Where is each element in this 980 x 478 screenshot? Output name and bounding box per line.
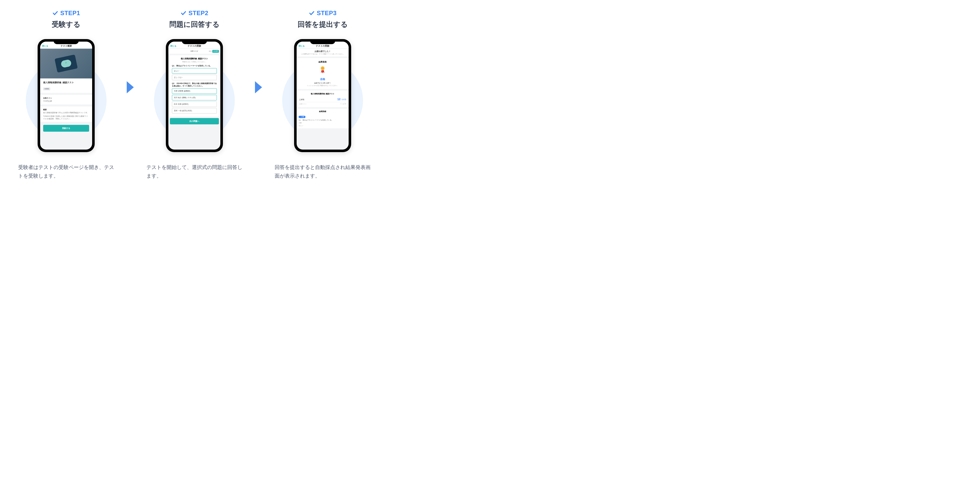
step-3-column: STEP3 回答を提出する 閉じる テストの受験 お疲れ様でした！ この画面を終… (275, 10, 371, 180)
status-badge: 未受験 (43, 87, 50, 90)
step-1-number: STEP1 (60, 10, 80, 17)
step-2-phone-area: 閉じる テストの受験 1/3ページ 進捗 2/15問 個人情報保護研修_確 (151, 37, 237, 155)
step-1-label: STEP1 (52, 10, 80, 17)
check-icon (180, 10, 186, 16)
q2-option-2[interactable]: 宮川 祐介 (情報システム部) (172, 95, 217, 100)
q2-option-3[interactable]: 鈴本 裕貴 (総務部) (172, 102, 217, 107)
step-2-column: STEP2 問題に回答する 閉じる テストの受験 1/3ページ 進捗 (146, 10, 242, 180)
question-2: Q2. 2024年4月時点で、弊社の個人情報保護管理者である者は誰か。すべて選択… (172, 82, 217, 87)
congrats-text: おめでとうございます！ (299, 82, 347, 84)
q1-option-2[interactable]: 正しくない (172, 75, 217, 80)
cloud-icon (60, 59, 72, 68)
detail-answer: 正しい (299, 125, 347, 127)
passline-row: 合格ライン 7 / 15 問 (299, 102, 346, 105)
phone-notch (182, 39, 207, 44)
progress-badge: 進捗 2/15問 (209, 50, 219, 53)
check-icon (309, 10, 315, 16)
detail-question: Q1. 弊社はプライバシーマークを取得している。 (299, 119, 347, 121)
detail-answer-label: 正解 (299, 122, 347, 124)
correct-value: 12 / 15 問 (337, 98, 346, 101)
screen-body: 1/3ページ 進捗 2/15問 個人情報保護研修_確認テスト 問題文に沿って回答… (169, 49, 220, 149)
q2-option-1[interactable]: 今村 沙耶香 (総務部) (172, 88, 217, 94)
step-1-description: 受験者はテストの受験ページを開き、テストを受験します。 (18, 163, 114, 180)
step-1-column: STEP1 受験する 閉じる テスト概要 (18, 10, 114, 180)
mission-text: ミッションから完了報告を行なってください。 (299, 85, 347, 87)
score-row: 正解数 12 / 15 問 (299, 97, 346, 102)
test-subtitle: 問題文に沿って回答してください。 (172, 61, 217, 63)
close-button[interactable]: 閉じる (170, 44, 177, 48)
passline-section: 合格ライン 7/15問正解 (40, 95, 92, 105)
svg-point-1 (321, 67, 324, 70)
phone-notch (54, 39, 79, 44)
detail-card: 結果詳細 ○ 正解 Q1. 弊社はプライバシーマークを取得している。 正解 正し… (297, 109, 348, 129)
q1-option-1[interactable]: 正しい (172, 68, 217, 74)
step-2-number: STEP2 (189, 10, 208, 17)
screen-body: お疲れ様でした！ この画面を終了するには、テスト概要ページへ戻ってください。 結… (297, 49, 348, 149)
question-1: Q1. 弊社はプライバシーマークを取得している。 (172, 65, 217, 67)
tablet-illustration (54, 54, 78, 73)
close-button[interactable]: 閉じる (42, 44, 48, 48)
score-card: 個人情報保護研修_確認テスト 正解数 12 / 15 問 合格ライン 7 / 1… (297, 91, 348, 107)
arrow-icon (127, 81, 134, 93)
overview-text-section: 概要 個人情報保護研修で学んだ内容の理解度確認テストです。 TUNAGの投稿で発… (40, 106, 92, 122)
next-button[interactable]: 次の問題へ (170, 118, 219, 124)
hero-image (40, 49, 92, 78)
header-title: テスト概要 (60, 44, 72, 48)
score-title: 個人情報保護研修_確認テスト (299, 92, 346, 95)
arrow-icon (255, 81, 262, 93)
page-indicator: 1/3ページ (191, 50, 199, 52)
header-title: テストの受験 (188, 44, 201, 48)
done-message: お疲れ様でした！ この画面を終了するには、テスト概要ページへ戻ってください。 (297, 49, 348, 57)
step-2-title: 問題に回答する (169, 20, 220, 29)
pass-result: 合格 (299, 78, 347, 81)
overview-section: 個人情報保護研修_確認テスト 未受験 (40, 78, 92, 93)
detail-header: 結果詳細 (299, 110, 347, 113)
take-test-button[interactable]: 受験する (43, 125, 89, 132)
done-subtitle: この画面を終了するには、テスト概要ページへ戻ってください。 (298, 53, 347, 55)
phone-screen-2: 閉じる テストの受験 1/3ページ 進捗 2/15問 個人情報保護研修_確 (169, 41, 220, 149)
correct-label: 正解数 (299, 98, 304, 101)
phone-screen-1: 閉じる テスト概要 個人情報保護研修_確認テスト 未受験 (40, 41, 92, 149)
phone-notch (310, 39, 335, 44)
medal-icon (319, 65, 326, 75)
overview-text-2: TUNAGの投稿で発信した個人情報保護に関する教材ファイルを確認後、受験してくだ… (43, 115, 89, 120)
passline-label: 合格ライン (43, 97, 89, 99)
close-button[interactable]: 閉じる (299, 44, 305, 48)
overview-text-1: 個人情報保護研修で学んだ内容の理解度確認テストです。 (43, 111, 89, 114)
step-3-number: STEP3 (317, 10, 337, 17)
phone-mockup: 閉じる テストの受験 1/3ページ 進捗 2/15問 個人情報保護研修_確 (166, 39, 223, 152)
test-title: 個人情報保護研修_確認テスト (43, 81, 89, 84)
step-1-phone-area: 閉じる テスト概要 個人情報保護研修_確認テスト 未受験 (23, 37, 109, 155)
header-title: テストの受験 (316, 44, 329, 48)
step-1-title: 受験する (52, 20, 81, 29)
step-3-title: 回答を提出する (298, 20, 348, 29)
steps-diagram: STEP1 受験する 閉じる テスト概要 (0, 0, 389, 190)
step-2-label: STEP2 (180, 10, 208, 17)
progress-value: 2/15問 (212, 50, 219, 53)
phone-screen-3: 閉じる テストの受験 お疲れ様でした！ この画面を終了するには、テスト概要ページ… (297, 41, 348, 149)
phone-mockup: 閉じる テスト概要 個人情報保護研修_確認テスト 未受験 (38, 39, 95, 152)
step-3-label: STEP3 (309, 10, 337, 17)
progress-row: 1/3ページ 進捗 2/15問 (169, 49, 220, 54)
test-title: 個人情報保護研修_確認テスト (172, 57, 217, 60)
passline-value: 7/15問正解 (43, 100, 89, 102)
overview-label: 概要 (43, 108, 89, 111)
step-2-description: テストを開始して、選択式の問題に回答します。 (146, 163, 242, 180)
passline-label: 合格ライン (299, 103, 307, 105)
progress-label: 進捗 (209, 50, 212, 52)
screen-body: 個人情報保護研修_確認テスト 未受験 合格ライン 7/15問正解 概要 個人情報… (40, 49, 92, 149)
passline-value: 7 / 15 問 (340, 103, 346, 105)
correct-badge: ○ 正解 (299, 116, 305, 118)
result-card: 結果発表 合格 おめでとうございます！ ミッションから完了報告を行なってください… (297, 58, 348, 89)
step-3-phone-area: 閉じる テストの受験 お疲れ様でした！ この画面を終了するには、テスト概要ページ… (280, 37, 366, 155)
step-3-description: 回答を提出すると自動採点され結果発表画面が表示されます。 (275, 163, 371, 180)
phone-mockup: 閉じる テストの受験 お疲れ様でした！ この画面を終了するには、テスト概要ページ… (294, 39, 351, 152)
question-card: 個人情報保護研修_確認テスト 問題文に沿って回答してください。 Q1. 弊社はプ… (170, 55, 219, 116)
q2-option-4[interactable]: 里村 一樹 (経営企画部) (172, 108, 217, 113)
result-header: 結果発表 (299, 60, 347, 63)
check-icon (52, 10, 58, 16)
done-title: お疲れ様でした！ (298, 50, 347, 53)
